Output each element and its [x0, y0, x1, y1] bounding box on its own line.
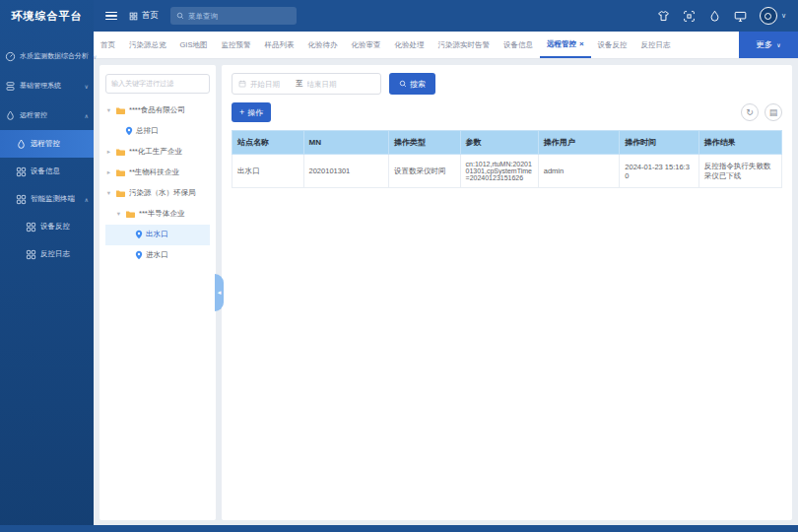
hamburger-menu-icon[interactable]	[105, 12, 117, 21]
tree-collapse-handle[interactable]: ◂	[215, 274, 224, 311]
sidebar-item-reverse-log[interactable]: 反控日志	[0, 240, 94, 268]
location-pin-icon	[135, 250, 143, 260]
search-button[interactable]: 搜索	[389, 73, 435, 95]
cell-site-name: 出水口	[233, 155, 304, 188]
folder-icon	[115, 168, 126, 177]
tab-lab-review[interactable]: 化验审查	[344, 32, 387, 58]
tree-node-semiconductor-company[interactable]: ▾ ***半导体企业	[105, 204, 210, 225]
sidebar-item-device-reverse-control[interactable]: 设备反控	[0, 213, 94, 240]
system-icon	[5, 81, 16, 92]
caret-expanded-icon[interactable]: ▾	[105, 106, 112, 114]
collapse-arrow-icon: ◂	[218, 289, 222, 297]
operations-table: 站点名称 MN 操作类型 参数 操作用户 操作时间 操作结果 出水口 20201…	[232, 130, 782, 188]
user-menu[interactable]: ∨	[760, 7, 786, 25]
sidebar-item-remote-control[interactable]: 远程管控	[0, 130, 94, 158]
table-row[interactable]: 出水口 2020101301 设置数采仪时间 cn:1012,rtuMN:202…	[233, 155, 782, 188]
tab-device-info[interactable]: 设备信息	[497, 32, 540, 58]
site-tree-panel: ▾ ****食品有限公司 总排口 ▸ ***化工生产企业 ▸	[100, 65, 216, 520]
chevron-down-icon: ∨	[93, 53, 97, 60]
date-range-picker[interactable]: 至	[232, 73, 381, 95]
grid-icon	[16, 194, 27, 205]
sidebar-menu: 水质监测数据综合分析 ∨ 基础管理系统 ∨ 远程管控 ∧ 远程管控 设备信息 智…	[0, 32, 94, 268]
folder-icon	[115, 148, 126, 157]
search-toolbar: 至 搜索	[232, 73, 782, 95]
caret-collapsed-icon[interactable]: ▸	[105, 168, 112, 176]
tab-lab-todo[interactable]: 化验待办	[300, 32, 344, 58]
tree-node-inlet[interactable]: 进水口	[105, 245, 210, 266]
monitor-icon[interactable]	[734, 10, 747, 23]
caret-expanded-icon[interactable]: ▾	[115, 210, 122, 218]
tree-node-chemical-company[interactable]: ▸ ***化工生产企业	[105, 142, 210, 163]
site-tree: ▾ ****食品有限公司 总排口 ▸ ***化工生产企业 ▸	[105, 100, 210, 266]
flame-icon[interactable]	[708, 10, 721, 23]
col-params: 参数	[460, 131, 538, 155]
more-tabs-button[interactable]: 更多 ∨	[739, 32, 798, 58]
breadcrumb-home[interactable]: 首页	[129, 10, 159, 22]
sidebar-item-remote-group[interactable]: 远程管控 ∧	[0, 100, 94, 130]
menu-search-input[interactable]	[188, 12, 291, 21]
chevron-down-icon: ∨	[776, 41, 780, 48]
sidebar-item-label: 反控日志	[40, 249, 70, 259]
open-tabs: 首页 污染源总览 GIS地图 监控预警 样品列表 化验待办 化验审查 化验处理 …	[94, 32, 739, 58]
chevron-up-icon: ∧	[85, 196, 89, 203]
tree-node-food-company[interactable]: ▾ ****食品有限公司	[105, 100, 210, 121]
caret-collapsed-icon[interactable]: ▸	[105, 148, 112, 156]
analysis-icon	[5, 51, 16, 62]
tab-realtime-alarm[interactable]: 污染源实时告警	[431, 32, 497, 58]
operate-button[interactable]: + 操作	[232, 102, 271, 122]
tree-node-epa-bureau[interactable]: ▾ 污染源（水）环保局	[105, 183, 210, 204]
sidebar-item-water-analysis[interactable]: 水质监测数据综合分析 ∨	[0, 41, 94, 71]
tree-filter-input[interactable]	[105, 74, 210, 94]
main-column: 首页 ∨ 首页 污染源总览 GIS地图 监控预警 样品列表 化验待办 化验审查	[94, 0, 798, 532]
calendar-icon	[238, 80, 246, 88]
date-range-separator: 至	[296, 79, 303, 89]
scan-icon[interactable]	[683, 10, 696, 23]
location-pin-icon	[125, 126, 133, 136]
plus-icon: +	[239, 107, 244, 117]
topbar: 首页 ∨	[94, 0, 798, 32]
chevron-up-icon: ∧	[85, 112, 89, 119]
close-tab-icon[interactable]: ×	[579, 39, 584, 48]
tab-reverse-control-log[interactable]: 反控日志	[634, 32, 678, 58]
cell-op-type: 设置数采仪时间	[389, 155, 461, 188]
column-settings-icon[interactable]: ▤	[765, 103, 782, 121]
topbar-actions: ∨	[657, 7, 786, 25]
cell-op-result: 反控指令执行失败数采仪已下线	[698, 155, 781, 188]
tabbar: 首页 污染源总览 GIS地图 监控预警 样品列表 化验待办 化验审查 化验处理 …	[94, 32, 798, 59]
sidebar-item-base-system[interactable]: 基础管理系统 ∨	[0, 71, 94, 100]
tab-monitor-warning[interactable]: 监控预警	[214, 32, 257, 58]
tab-home[interactable]: 首页	[94, 32, 122, 58]
tree-node-outlet[interactable]: 出水口	[105, 225, 210, 245]
sidebar-item-device-info[interactable]: 设备信息	[0, 158, 94, 185]
sidebar-item-label: 智能监测终端	[31, 194, 75, 204]
start-date-input[interactable]	[250, 80, 292, 89]
drop-icon	[5, 110, 16, 121]
sidebar: 环境综合平台 水质监测数据综合分析 ∨ 基础管理系统 ∨ 远程管控 ∧ 远程管控…	[0, 0, 94, 532]
end-date-input[interactable]	[307, 80, 349, 89]
sidebar-item-label: 水质监测数据综合分析	[20, 51, 89, 61]
table-header-row: 站点名称 MN 操作类型 参数 操作用户 操作时间 操作结果	[233, 131, 782, 155]
action-toolbar: + 操作 ↻ ▤	[232, 102, 782, 122]
cell-op-user: admin	[538, 155, 620, 188]
tab-gis-map[interactable]: GIS地图	[173, 32, 215, 58]
tab-sample-list[interactable]: 样品列表	[257, 32, 300, 58]
grid-icon	[16, 166, 27, 177]
sidebar-item-smart-terminal[interactable]: 智能监测终端 ∧	[0, 185, 94, 213]
tree-node-biotech-company[interactable]: ▸ **生物科技企业	[105, 163, 210, 183]
footer-bar	[0, 525, 798, 532]
operations-panel: 至 搜索 + 操作 ↻ ▤	[222, 65, 792, 520]
tree-node-main-outlet[interactable]: 总排口	[105, 121, 210, 142]
folder-icon	[115, 106, 126, 115]
skin-icon[interactable]	[657, 10, 670, 23]
content-area: ▾ ****食品有限公司 总排口 ▸ ***化工生产企业 ▸	[94, 59, 798, 532]
tab-pollution-overview[interactable]: 污染源总览	[122, 32, 173, 58]
menu-search-box[interactable]	[170, 7, 297, 25]
folder-icon	[125, 210, 136, 219]
tab-device-reverse-control[interactable]: 设备反控	[591, 32, 634, 58]
caret-expanded-icon[interactable]: ▾	[105, 189, 112, 197]
cell-params: cn:1012,rtuMN:2020101301,cpSystemTime=20…	[460, 155, 538, 188]
tab-remote-control[interactable]: 远程管控 ×	[540, 32, 591, 58]
refresh-icon[interactable]: ↻	[741, 103, 759, 121]
sidebar-item-label: 远程管控	[31, 139, 60, 149]
tab-lab-process[interactable]: 化验处理	[387, 32, 431, 58]
